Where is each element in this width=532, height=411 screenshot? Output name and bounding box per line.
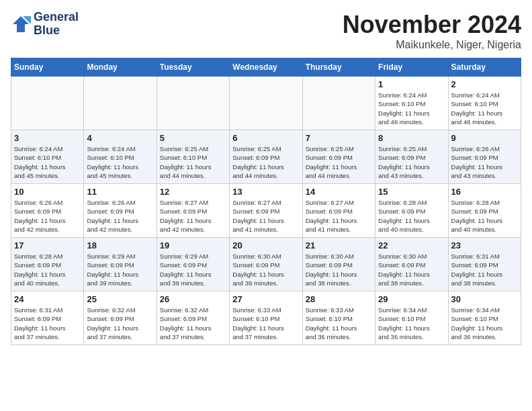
day-number: 28 [306,294,372,304]
month-title: November 2024 [343,11,521,39]
title-section: November 2024 Maikunkele, Niger, Nigeria [343,11,521,51]
calendar-cell: 11Sunrise: 6:26 AM Sunset: 6:09 PM Dayli… [84,184,157,238]
day-info: Sunrise: 6:25 AM Sunset: 6:09 PM Dayligh… [306,144,372,180]
day-info: Sunrise: 6:27 AM Sunset: 6:09 PM Dayligh… [160,198,226,234]
day-number: 9 [451,133,518,143]
day-info: Sunrise: 6:33 AM Sunset: 6:10 PM Dayligh… [232,306,299,341]
day-info: Sunrise: 6:29 AM Sunset: 6:09 PM Dayligh… [87,252,153,287]
day-number: 17 [14,240,81,250]
calendar-cell: 21Sunrise: 6:30 AM Sunset: 6:09 PM Dayli… [302,238,375,291]
calendar-cell [84,77,157,130]
page-header: General Blue November 2024 Maikunkele, N… [11,11,521,51]
column-header-thursday: Thursday [302,58,375,77]
calendar-week-row: 10Sunrise: 6:26 AM Sunset: 6:09 PM Dayli… [11,184,521,238]
logo-icon [11,14,31,34]
calendar-cell: 9Sunrise: 6:26 AM Sunset: 6:09 PM Daylig… [448,130,521,184]
calendar-cell: 29Sunrise: 6:34 AM Sunset: 6:10 PM Dayli… [375,291,448,345]
calendar-cell: 8Sunrise: 6:25 AM Sunset: 6:09 PM Daylig… [375,130,448,184]
location: Maikunkele, Niger, Nigeria [343,39,521,51]
day-info: Sunrise: 6:34 AM Sunset: 6:10 PM Dayligh… [378,306,445,341]
day-number: 14 [306,187,372,197]
day-info: Sunrise: 6:25 AM Sunset: 6:09 PM Dayligh… [378,144,445,180]
calendar-week-row: 17Sunrise: 6:28 AM Sunset: 6:09 PM Dayli… [11,238,521,291]
calendar-table: SundayMondayTuesdayWednesdayThursdayFrid… [11,58,521,345]
calendar-cell: 16Sunrise: 6:28 AM Sunset: 6:09 PM Dayli… [448,184,521,238]
calendar-cell: 12Sunrise: 6:27 AM Sunset: 6:09 PM Dayli… [157,184,229,238]
calendar-cell [302,77,375,130]
calendar-cell: 30Sunrise: 6:34 AM Sunset: 6:10 PM Dayli… [448,291,521,345]
day-number: 6 [232,133,299,143]
calendar-cell: 3Sunrise: 6:24 AM Sunset: 6:10 PM Daylig… [11,130,84,184]
calendar-cell: 7Sunrise: 6:25 AM Sunset: 6:09 PM Daylig… [302,130,375,184]
day-info: Sunrise: 6:32 AM Sunset: 6:09 PM Dayligh… [87,306,153,341]
day-info: Sunrise: 6:32 AM Sunset: 6:09 PM Dayligh… [160,306,226,341]
day-number: 22 [378,240,445,250]
calendar-cell: 28Sunrise: 6:33 AM Sunset: 6:10 PM Dayli… [302,291,375,345]
logo: General Blue [11,11,79,38]
day-info: Sunrise: 6:25 AM Sunset: 6:09 PM Dayligh… [232,144,299,180]
calendar-cell: 23Sunrise: 6:31 AM Sunset: 6:09 PM Dayli… [448,238,521,291]
day-number: 30 [451,294,518,304]
calendar-header-row: SundayMondayTuesdayWednesdayThursdayFrid… [11,58,521,77]
calendar-cell: 27Sunrise: 6:33 AM Sunset: 6:10 PM Dayli… [230,291,302,345]
day-info: Sunrise: 6:29 AM Sunset: 6:09 PM Dayligh… [160,252,226,287]
day-number: 21 [306,240,372,250]
calendar-cell: 4Sunrise: 6:24 AM Sunset: 6:10 PM Daylig… [84,130,157,184]
day-info: Sunrise: 6:24 AM Sunset: 6:10 PM Dayligh… [378,91,445,126]
day-info: Sunrise: 6:26 AM Sunset: 6:09 PM Dayligh… [451,144,518,180]
day-number: 4 [87,133,153,143]
calendar-cell [11,77,84,130]
day-info: Sunrise: 6:28 AM Sunset: 6:09 PM Dayligh… [378,198,445,234]
calendar-cell: 13Sunrise: 6:27 AM Sunset: 6:09 PM Dayli… [230,184,302,238]
day-info: Sunrise: 6:28 AM Sunset: 6:09 PM Dayligh… [14,252,81,287]
column-header-tuesday: Tuesday [157,58,229,77]
day-info: Sunrise: 6:24 AM Sunset: 6:10 PM Dayligh… [14,144,81,180]
calendar-week-row: 1Sunrise: 6:24 AM Sunset: 6:10 PM Daylig… [11,77,521,130]
day-info: Sunrise: 6:31 AM Sunset: 6:09 PM Dayligh… [14,306,81,341]
day-number: 8 [378,133,445,143]
day-info: Sunrise: 6:30 AM Sunset: 6:09 PM Dayligh… [232,252,299,287]
day-number: 12 [160,187,226,197]
day-info: Sunrise: 6:26 AM Sunset: 6:09 PM Dayligh… [14,198,81,234]
day-number: 24 [14,294,81,304]
day-number: 29 [378,294,445,304]
day-number: 23 [451,240,518,250]
column-header-sunday: Sunday [11,58,84,77]
calendar-cell: 25Sunrise: 6:32 AM Sunset: 6:09 PM Dayli… [84,291,157,345]
day-info: Sunrise: 6:27 AM Sunset: 6:09 PM Dayligh… [306,198,372,234]
day-info: Sunrise: 6:31 AM Sunset: 6:09 PM Dayligh… [451,252,518,287]
calendar-cell: 24Sunrise: 6:31 AM Sunset: 6:09 PM Dayli… [11,291,84,345]
day-number: 13 [232,187,299,197]
calendar-cell: 2Sunrise: 6:24 AM Sunset: 6:10 PM Daylig… [448,77,521,130]
day-info: Sunrise: 6:34 AM Sunset: 6:10 PM Dayligh… [451,306,518,341]
calendar-cell: 10Sunrise: 6:26 AM Sunset: 6:09 PM Dayli… [11,184,84,238]
day-info: Sunrise: 6:28 AM Sunset: 6:09 PM Dayligh… [451,198,518,234]
column-header-friday: Friday [375,58,448,77]
calendar-cell: 5Sunrise: 6:25 AM Sunset: 6:10 PM Daylig… [157,130,229,184]
day-number: 19 [160,240,226,250]
calendar-cell: 22Sunrise: 6:30 AM Sunset: 6:09 PM Dayli… [375,238,448,291]
column-header-monday: Monday [84,58,157,77]
calendar-cell [157,77,229,130]
day-info: Sunrise: 6:33 AM Sunset: 6:10 PM Dayligh… [306,306,372,341]
day-info: Sunrise: 6:24 AM Sunset: 6:10 PM Dayligh… [87,144,153,180]
calendar-cell: 20Sunrise: 6:30 AM Sunset: 6:09 PM Dayli… [230,238,302,291]
day-number: 10 [14,187,81,197]
calendar-cell: 17Sunrise: 6:28 AM Sunset: 6:09 PM Dayli… [11,238,84,291]
calendar-cell: 26Sunrise: 6:32 AM Sunset: 6:09 PM Dayli… [157,291,229,345]
day-number: 27 [232,294,299,304]
day-info: Sunrise: 6:24 AM Sunset: 6:10 PM Dayligh… [451,91,518,126]
day-number: 15 [378,187,445,197]
day-number: 1 [378,79,445,89]
day-number: 5 [160,133,226,143]
calendar-week-row: 24Sunrise: 6:31 AM Sunset: 6:09 PM Dayli… [11,291,521,345]
calendar-cell: 6Sunrise: 6:25 AM Sunset: 6:09 PM Daylig… [230,130,302,184]
calendar-cell [230,77,302,130]
calendar-cell: 19Sunrise: 6:29 AM Sunset: 6:09 PM Dayli… [157,238,229,291]
column-header-wednesday: Wednesday [230,58,302,77]
calendar-cell: 14Sunrise: 6:27 AM Sunset: 6:09 PM Dayli… [302,184,375,238]
calendar-cell: 15Sunrise: 6:28 AM Sunset: 6:09 PM Dayli… [375,184,448,238]
day-number: 7 [306,133,372,143]
calendar-week-row: 3Sunrise: 6:24 AM Sunset: 6:10 PM Daylig… [11,130,521,184]
logo-text: General Blue [34,11,79,38]
